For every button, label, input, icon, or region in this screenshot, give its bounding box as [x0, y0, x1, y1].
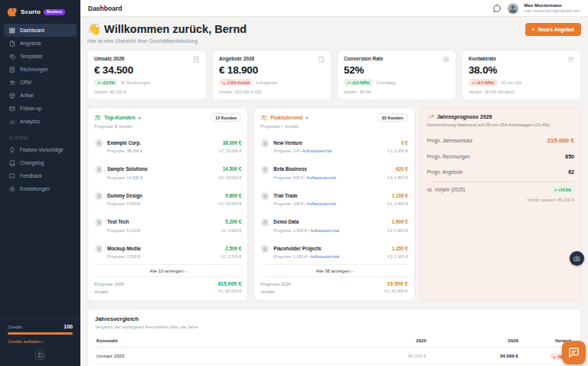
logo[interactable]: Scurio Business — [0, 5, 80, 24]
avatar[interactable] — [508, 3, 518, 14]
prognose-value: 62 — [568, 169, 574, 175]
chevron-down-icon[interactable]: ▾ — [305, 115, 308, 120]
camera-icon — [573, 255, 580, 262]
customer-row[interactable]: Beta BusinessPrognose: 620 € • Aufbaupot… — [260, 157, 407, 184]
customer-vj: VJ: 1.900 € — [387, 254, 408, 259]
prognose-line: Progn. Angebote 62 — [427, 164, 574, 179]
sidebar-item-angebote[interactable]: Angebote — [4, 37, 77, 50]
gear-icon — [9, 186, 15, 192]
sidebar-item-changelog[interactable]: Changelog — [4, 156, 77, 169]
sidebar-item-feature-vorschlaege[interactable]: Feature-Vorschläge — [4, 143, 77, 156]
customer-row[interactable]: Mockup MediaPrognose: 2.500 € 2.500 €VJ:… — [94, 236, 241, 263]
bar-chart-icon — [9, 119, 15, 125]
sidebar-item-crm[interactable]: CRM — [4, 76, 77, 89]
customer-name: Beta Business — [273, 166, 306, 172]
chevron-down-icon[interactable]: ▾ — [139, 115, 141, 120]
chevron-right-icon: › — [185, 269, 186, 273]
panel-title[interactable]: Top-Kunden — [104, 115, 136, 120]
customer-value: 5.200 € — [225, 219, 241, 224]
mail-icon — [9, 106, 15, 112]
sidebar-item-dashboard[interactable]: Dashboard — [4, 24, 77, 37]
notification-bubble-icon[interactable] — [492, 4, 501, 13]
kpi-card-conversion: Conversion Rate 52% ↗ +3.0 %Pkt. 3 bestä… — [337, 50, 456, 100]
nav-label: Follow-up — [20, 106, 41, 111]
company-avatar — [94, 191, 103, 201]
panel-subtitle: Hochrechnung basierend auf 29 von 254 Ar… — [427, 123, 574, 127]
show-all-link[interactable]: Alle 38 anzeigen › — [260, 264, 407, 276]
company-avatar — [94, 139, 103, 148]
building-icon — [96, 194, 102, 199]
footer-label-prognose: Prognose 2026 — [260, 280, 290, 288]
kpi-title: Angebote 2026 — [219, 56, 325, 61]
aufbaupotenzial-link[interactable]: Aufbaupotenzial — [310, 254, 339, 259]
aufbaupotenzial-link[interactable]: Aufbaupotenzial — [307, 201, 336, 206]
prognose-value: 215.000 € — [547, 137, 574, 144]
footer-prognose-value: 19.500 € — [384, 280, 408, 289]
customer-prognose: Prognose: 2.500 € — [107, 254, 217, 259]
show-all-link[interactable]: Alle 10 anzeigen › — [94, 264, 241, 276]
users-icon — [94, 114, 101, 121]
sidebar-collapse-button[interactable] — [35, 350, 45, 360]
customer-row[interactable]: Trial TradePrognose: 100 € • Aufbaupoten… — [260, 183, 407, 210]
customer-row[interactable]: Demo DataPrognose: 1.600 € • Aufbaupoten… — [260, 210, 407, 237]
customer-row[interactable]: New VenturePrognose: 0 € • Aufbaupotenzi… — [260, 130, 407, 157]
trend-badge: ↗ +12.5% — [94, 79, 118, 86]
customer-value: 14.500 € — [223, 166, 242, 172]
customer-prognose: Prognose: 38.000 € — [107, 149, 215, 153]
credits-topup-link[interactable]: Credits aufladen › — [8, 339, 73, 344]
kpi-card-umsatz: Umsatz 2026 € 34.500 ↗ +12.5% 92 Rechnun… — [87, 50, 207, 100]
sidebar-item-templates[interactable]: Templates — [4, 50, 77, 63]
sidebar-item-feedback[interactable]: Feedback — [4, 169, 77, 182]
company-avatar — [94, 218, 103, 227]
credits-section: Credits 100 Credits aufladen › — [0, 319, 80, 363]
support-chat-button[interactable] — [562, 341, 586, 364]
customer-row[interactable]: Test TechPrognose: 5.200 € 5.200 €VJ: 4.… — [94, 210, 241, 237]
customer-row[interactable]: Sample SolutionsPrognose: 14.500 € 14.50… — [94, 157, 241, 184]
panel-title: Jahresprognose 2026 — [437, 114, 492, 119]
sidebar-item-analytics[interactable]: Analytics — [4, 115, 77, 128]
screenshot-button[interactable] — [570, 251, 584, 266]
company-avatar — [260, 191, 270, 201]
fluktuierend-panel: Fluktuierend ▾ 33 Kunden Prognose < Vorj… — [253, 107, 414, 301]
customer-row[interactable]: Placeholder ProjectsPrognose: 1.350 € • … — [260, 236, 407, 263]
customer-count-badge: 33 Kunden — [377, 113, 408, 122]
panel-title[interactable]: Fluktuierend — [270, 115, 302, 120]
customer-name: Mockup Media — [107, 246, 140, 251]
kpi-footer: Vorjahr: 49.0% — [344, 90, 449, 94]
sidebar-item-einstellungen[interactable]: Einstellungen — [4, 182, 77, 195]
aufbaupotenzial-link[interactable]: Aufbaupotenzial — [307, 175, 336, 180]
building-icon — [263, 167, 268, 172]
table-row: Umsatz 2025 85.200 € 34.500 € ↘ -59.5% — [95, 348, 573, 364]
book-icon — [9, 160, 15, 166]
sidebar-item-artikel[interactable]: Artikel — [4, 89, 77, 102]
customer-vj: VJ: 2.800 € — [387, 228, 408, 233]
customer-name: Demo Data — [273, 219, 299, 224]
customer-row[interactable]: Dummy DesignPrognose: 9.800 € 9.800 €VJ:… — [94, 183, 241, 210]
kpi-footer: Vorjahr: 28.5% (50 aktiv) — [469, 90, 574, 94]
customer-name: Trial Trade — [273, 193, 298, 198]
main-column: Dashboard Max Mustermann max.mustermann@… — [80, 0, 588, 366]
customer-value: 1.600 € — [392, 219, 408, 224]
customer-name: Dummy Design — [107, 193, 142, 198]
sidebar-item-follow-up[interactable]: Follow-up — [4, 102, 77, 115]
customer-row[interactable]: Example Corp.Prognose: 38.000 € 38.000 €… — [94, 130, 241, 157]
col-2026: 2026 — [428, 335, 520, 348]
building-icon — [263, 141, 268, 146]
message-square-icon — [9, 173, 15, 179]
customer-vj: VJ: 35.000 € — [219, 149, 242, 153]
aufbaupotenzial-link[interactable]: Aufbaupotenzial — [302, 149, 332, 153]
new-offer-button[interactable]: + Neues Angebot — [525, 23, 581, 36]
users-icon — [260, 114, 267, 121]
aufbaupotenzial-link[interactable]: Aufbaupotenzial — [310, 228, 339, 233]
prognose-label: Progn. Angebote — [427, 169, 463, 175]
vs-vorjahr-label: vs. Vorjahr (2025) — [427, 187, 466, 192]
user-email: max.mustermann@example.com — [524, 8, 580, 13]
top-header: Dashboard Max Mustermann max.mustermann@… — [80, 0, 588, 17]
chevron-right-icon: › — [42, 339, 44, 344]
customer-prognose: Prognose: 0 € • — [273, 149, 301, 153]
user-meta[interactable]: Max Mustermann max.mustermann@example.co… — [524, 3, 580, 14]
company-avatar — [260, 244, 270, 253]
jahresvergleich-section: Jahresvergleich Vergleich der wichtigste… — [87, 309, 581, 366]
sidebar-item-rechnungen[interactable]: Rechnungen — [4, 63, 77, 76]
welcome-title: 👋 Willkommen zurück, Bernd — [87, 23, 247, 36]
